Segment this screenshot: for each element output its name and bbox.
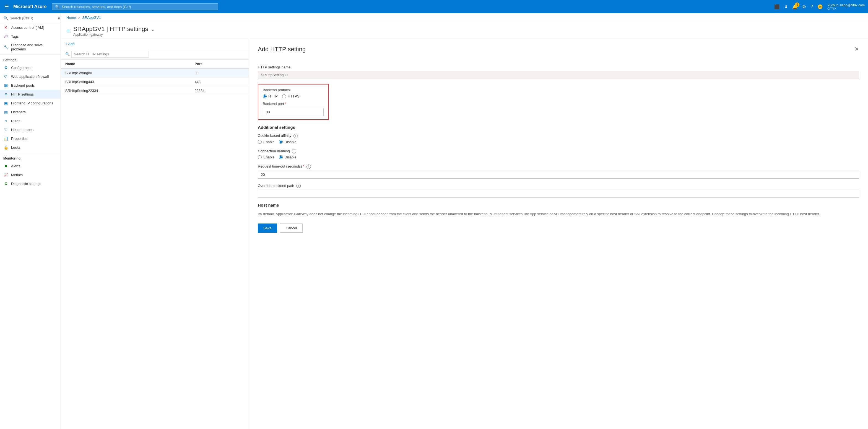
row-port: 443 — [190, 78, 249, 86]
row-name: SRHttpSetting22334 — [61, 86, 190, 95]
list-search-input[interactable] — [71, 51, 149, 58]
cookie-affinity-radio-group: Enable Disable — [258, 140, 859, 144]
breadcrumb-resource[interactable]: SRAppGV1 — [83, 16, 101, 20]
protocol-https-option[interactable]: HTTPS — [282, 94, 300, 98]
sidebar-item-diagnose[interactable]: 🔧 Diagnose and solve problems — [0, 41, 61, 53]
override-backend-path-label: Override backend path i — [258, 183, 859, 188]
backend-port-input[interactable] — [263, 108, 323, 116]
connection-draining-info-icon[interactable]: i — [292, 149, 296, 153]
sidebar-item-label: Properties — [11, 137, 27, 141]
protocol-section: Backend protocol HTTP HTTPS — [258, 84, 329, 120]
connection-draining-enable-radio[interactable] — [258, 155, 262, 159]
sidebar-item-label: Access control (IAM) — [11, 26, 44, 30]
cookie-affinity-disable-option[interactable]: Disable — [279, 140, 296, 144]
split-content: + Add 🔍 Name Port — [61, 39, 868, 429]
backend-protocol-label: Backend protocol — [263, 88, 323, 92]
protocol-http-radio[interactable] — [263, 94, 267, 98]
cookie-affinity-enable-option[interactable]: Enable — [258, 140, 274, 144]
connection-draining-disable-option[interactable]: Disable — [279, 155, 296, 159]
user-info: Yuchun.Jiang@citrix.com CITRIX — [827, 3, 865, 10]
main-layout: 🔍 « ✕ Access control (IAM) 🏷 Tags 🔧 Diag… — [0, 13, 868, 429]
page-subtitle: Application gateway — [73, 33, 155, 36]
cookie-affinity-disable-radio[interactable] — [279, 140, 283, 144]
request-timeout-info-icon[interactable]: i — [307, 165, 311, 169]
account-icon[interactable]: 😊 — [817, 4, 823, 9]
metrics-icon: 📈 — [3, 173, 8, 177]
sidebar-item-diagnostic-settings[interactable]: ⚙ Diagnostic settings — [0, 179, 61, 188]
cookie-affinity-info-icon[interactable]: i — [293, 134, 298, 138]
close-panel-button[interactable]: ✕ — [855, 46, 859, 52]
collapse-button[interactable]: « — [58, 16, 60, 21]
sidebar-item-label: Diagnostic settings — [11, 182, 41, 186]
sidebar-item-tags[interactable]: 🏷 Tags — [0, 32, 61, 41]
list-toolbar: + Add — [61, 39, 249, 49]
http-settings-name-input[interactable] — [258, 71, 859, 79]
access-control-icon: ✕ — [3, 25, 8, 30]
sidebar-search-area[interactable]: 🔍 « — [0, 13, 61, 23]
connection-draining-enable-option[interactable]: Enable — [258, 155, 274, 159]
sidebar-item-backend-pools[interactable]: ▦ Backend pools — [0, 81, 61, 90]
breadcrumb-home[interactable]: Home — [66, 16, 76, 20]
diagnostic-settings-icon: ⚙ — [3, 181, 8, 186]
sidebar-item-alerts[interactable]: ■ Alerts — [0, 162, 61, 170]
cloud-shell-icon[interactable]: ⬛ — [774, 4, 780, 9]
list-search-icon: 🔍 — [65, 52, 70, 56]
page-title: SRAppGV1 | HTTP settings — [73, 26, 148, 33]
add-button[interactable]: + Add — [65, 42, 75, 46]
host-name-title: Host name — [258, 203, 859, 207]
sidebar-item-label: HTTP settings — [11, 92, 34, 96]
diagnose-icon: 🔧 — [3, 45, 8, 49]
connection-draining-disable-radio[interactable] — [279, 155, 283, 159]
backend-port-group: Backend port * — [263, 102, 323, 116]
host-name-description: By default, Application Gateway does not… — [258, 211, 859, 217]
sidebar-item-locks[interactable]: 🔒 Locks — [0, 143, 61, 152]
save-button[interactable]: Save — [258, 224, 277, 233]
cancel-button[interactable]: Cancel — [280, 224, 303, 233]
hamburger-menu[interactable]: ☰ — [3, 2, 10, 11]
override-backend-path-info-icon[interactable]: i — [296, 183, 301, 188]
cookie-affinity-enable-label: Enable — [264, 140, 274, 144]
frontend-ip-icon: ▣ — [3, 101, 8, 105]
sidebar-item-label: Backend pools — [11, 83, 35, 87]
table-row[interactable]: SRHttpSetting443 443 — [61, 78, 249, 86]
sidebar-item-rules[interactable]: ≈ Rules — [0, 116, 61, 125]
search-input[interactable] — [62, 5, 215, 9]
connection-draining-radio-group: Enable Disable — [258, 155, 859, 159]
sidebar-item-http-settings[interactable]: ≡ HTTP settings — [0, 90, 61, 98]
sidebar-item-label: Metrics — [11, 173, 23, 177]
protocol-http-option[interactable]: HTTP — [263, 94, 278, 98]
sidebar-item-label: Alerts — [11, 164, 20, 168]
sidebar-item-metrics[interactable]: 📈 Metrics — [0, 170, 61, 179]
request-timeout-input[interactable] — [258, 171, 859, 179]
page-header-more[interactable]: ... — [150, 26, 154, 32]
table-row[interactable]: SRHttpSetting80 80 — [61, 68, 249, 78]
sidebar-item-listeners[interactable]: ▤ Listeners — [0, 108, 61, 116]
sidebar-item-waf[interactable]: 🛡 Web application firewall — [0, 72, 61, 81]
row-name: SRHttpSetting80 — [61, 68, 190, 78]
override-backend-path-group: Override backend path i — [258, 183, 859, 198]
settings-section-title: Settings — [0, 55, 61, 63]
override-backend-path-input[interactable] — [258, 190, 859, 198]
sidebar-item-configuration[interactable]: ⚙ Configuration — [0, 63, 61, 72]
column-port: Port — [190, 60, 249, 68]
help-icon[interactable]: ? — [810, 4, 813, 9]
sidebar-item-label: Web application firewall — [11, 75, 49, 79]
sidebar-item-health-probes[interactable]: ♡ Health probes — [0, 125, 61, 134]
rules-icon: ≈ — [3, 118, 8, 123]
backend-protocol-group: Backend protocol HTTP HTTPS — [263, 88, 323, 98]
cookie-affinity-enable-radio[interactable] — [258, 140, 262, 144]
page-header-text: SRAppGV1 | HTTP settings ... Application… — [73, 26, 155, 36]
protocol-https-radio[interactable] — [282, 94, 286, 98]
feedback-icon[interactable]: ⬇ — [784, 4, 788, 9]
protocol-https-label: HTTPS — [288, 94, 300, 98]
table-row[interactable]: SRHttpSetting22334 22334 — [61, 86, 249, 95]
locks-icon: 🔒 — [3, 145, 8, 149]
global-search[interactable]: 🔍 — [52, 3, 218, 10]
sidebar-item-properties[interactable]: 📊 Properties — [0, 134, 61, 143]
sidebar-search-input[interactable] — [10, 16, 56, 20]
sidebar-item-frontend-ip[interactable]: ▣ Frontend IP configurations — [0, 98, 61, 108]
notifications-icon[interactable]: 🔔 1 — [792, 4, 798, 9]
connection-draining-enable-label: Enable — [264, 155, 274, 159]
sidebar-item-access-control[interactable]: ✕ Access control (IAM) — [0, 23, 61, 32]
settings-icon[interactable]: ⚙ — [802, 4, 806, 9]
